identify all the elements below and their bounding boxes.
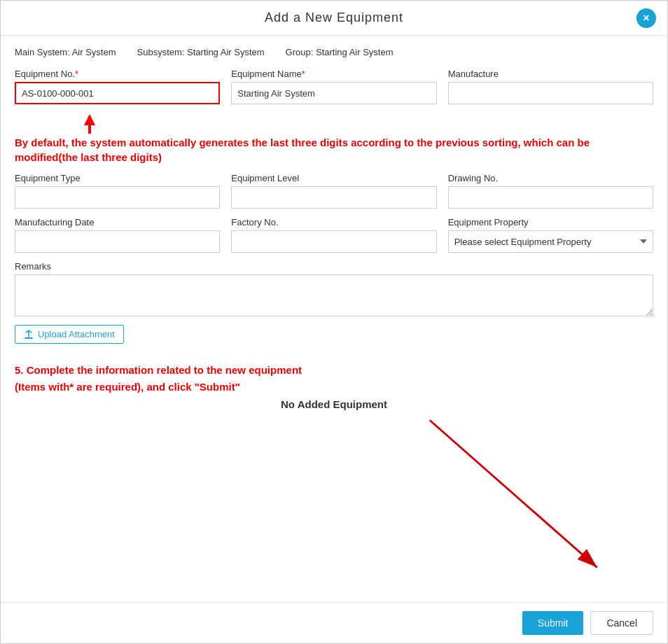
- svg-marker-0: [84, 114, 95, 125]
- equipment-property-group: Equipment Property Please select Equipme…: [448, 217, 653, 253]
- manufacture-input[interactable]: [448, 82, 653, 104]
- equipment-no-label: Equipment No.*: [15, 69, 220, 79]
- subsystem-value: Starting Air System: [187, 47, 265, 57]
- form-row-2: Equipment Type Equipment Level Drawing N…: [15, 173, 653, 209]
- equipment-level-label: Equipment Level: [231, 173, 436, 183]
- upload-icon: [24, 330, 34, 340]
- equipment-level-group: Equipment Level: [231, 173, 436, 209]
- manufacturing-date-input[interactable]: [15, 230, 220, 253]
- close-button[interactable]: ×: [636, 8, 656, 28]
- arrow-to-submit-svg: [15, 410, 653, 591]
- cancel-button[interactable]: Cancel: [590, 611, 653, 635]
- subsystem-label: Subsystem:: [137, 47, 185, 57]
- main-system-value: Air System: [72, 47, 116, 57]
- upload-label: Upload Attachment: [38, 329, 115, 340]
- modal-body: Main System: Air System Subsystem: Start…: [1, 36, 667, 602]
- svg-rect-1: [88, 125, 91, 134]
- form-row-1: Equipment No.* Equipment Name* Manufactu…: [15, 69, 653, 104]
- drawing-no-input[interactable]: [448, 186, 653, 209]
- manufacture-label: Manufacture: [448, 69, 653, 79]
- modal-container: Add a New Equipment × Main System: Air S…: [0, 0, 668, 644]
- factory-no-label: Factory No.: [231, 217, 436, 227]
- up-arrow-icon: [81, 113, 109, 135]
- modal-header: Add a New Equipment ×: [1, 1, 667, 36]
- equipment-property-label: Equipment Property: [448, 217, 653, 227]
- auto-generate-annotation: By default, the system automatically gen…: [15, 135, 653, 164]
- remarks-group: Remarks: [15, 261, 653, 316]
- factory-no-group: Factory No.: [231, 217, 436, 253]
- arrow-to-submit-area: [15, 410, 653, 591]
- drawing-no-label: Drawing No.: [448, 173, 653, 183]
- submit-button[interactable]: Submit: [522, 611, 584, 635]
- no-equipment-text: No Added Equipment: [15, 398, 653, 410]
- svg-rect-2: [25, 337, 33, 339]
- equipment-property-select[interactable]: Please select Equipment Property: [448, 230, 653, 253]
- equipment-type-label: Equipment Type: [15, 173, 220, 183]
- equipment-name-label: Equipment Name*: [231, 69, 436, 79]
- equipment-type-group: Equipment Type: [15, 173, 220, 209]
- drawing-no-group: Drawing No.: [448, 173, 653, 209]
- equipment-name-group: Equipment Name*: [231, 69, 436, 104]
- equipment-no-group: Equipment No.*: [15, 69, 220, 104]
- equipment-level-input[interactable]: [231, 186, 436, 209]
- manufacturing-date-group: Manufacturing Date: [15, 217, 220, 253]
- group-label: Group:: [286, 47, 314, 57]
- equipment-name-input[interactable]: [231, 82, 436, 104]
- step5-annotation: 5. Complete the information related to t…: [15, 362, 653, 396]
- remarks-textarea[interactable]: [15, 274, 653, 316]
- remarks-label: Remarks: [15, 261, 653, 272]
- annotation-area: By default, the system automatically gen…: [15, 113, 653, 170]
- main-system-label: Main System:: [15, 47, 70, 57]
- subsystem-info: Subsystem: Starting Air System: [137, 47, 265, 57]
- upload-attachment-button[interactable]: Upload Attachment: [15, 325, 124, 344]
- arrow-pointer: [15, 113, 653, 135]
- step5-line1: 5. Complete the information related to t…: [15, 362, 653, 379]
- manufacturing-date-label: Manufacturing Date: [15, 217, 220, 227]
- form-row-3: Manufacturing Date Factory No. Equipment…: [15, 217, 653, 253]
- main-system-info: Main System: Air System: [15, 47, 116, 57]
- modal-footer: Submit Cancel: [1, 602, 667, 643]
- system-info-row: Main System: Air System Subsystem: Start…: [15, 47, 653, 57]
- step5-line2: (Items with* are required), and click "S…: [15, 379, 653, 396]
- equipment-no-input[interactable]: [15, 82, 220, 104]
- manufacture-group: Manufacture: [448, 69, 653, 104]
- group-info: Group: Starting Air System: [286, 47, 394, 57]
- factory-no-input[interactable]: [231, 230, 436, 253]
- form-row-remarks: Remarks: [15, 261, 653, 316]
- upload-section: Upload Attachment: [15, 325, 653, 344]
- modal-title: Add a New Equipment: [265, 10, 403, 25]
- group-value: Starting Air System: [316, 47, 394, 57]
- equipment-type-input[interactable]: [15, 186, 220, 209]
